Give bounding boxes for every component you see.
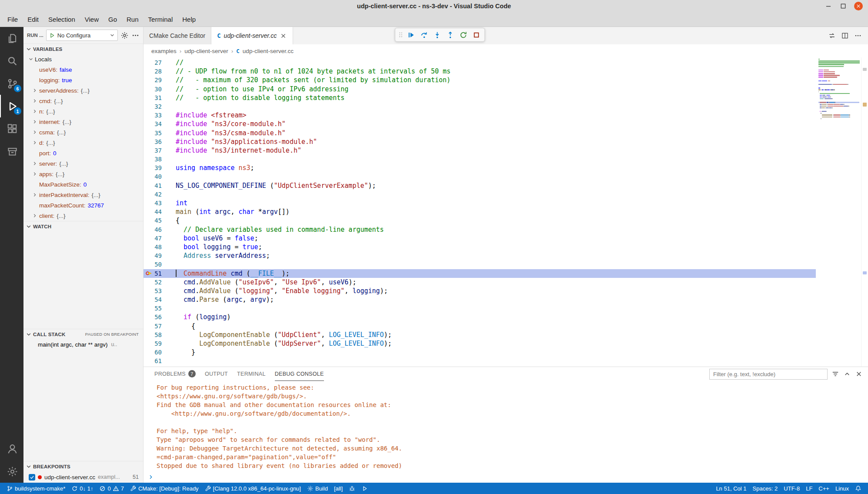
line-number[interactable]: 46 bbox=[144, 225, 176, 234]
code-line-60[interactable]: 60 } bbox=[144, 348, 816, 357]
restart-button[interactable] bbox=[458, 30, 468, 40]
status-item[interactable]: Spaces: 2 bbox=[750, 483, 781, 494]
code-line-44[interactable]: 44main (int argc, char *argv[]) bbox=[144, 207, 816, 216]
line-number[interactable]: 40 bbox=[144, 172, 176, 181]
line-number[interactable]: 43 bbox=[144, 199, 176, 207]
breakpoint-checkbox[interactable] bbox=[29, 474, 35, 481]
line-number[interactable]: 38 bbox=[144, 155, 176, 164]
code-line-52[interactable]: 52 cmd.AddValue ("useIpv6", "Use Ipv6", … bbox=[144, 278, 816, 287]
code-line-49[interactable]: 49 Address serverAddress; bbox=[144, 251, 816, 260]
line-number[interactable]: 33 bbox=[144, 111, 176, 120]
line-number[interactable]: 29 bbox=[144, 76, 176, 84]
variable-row[interactable]: cmd:{...} bbox=[23, 96, 143, 106]
line-number[interactable]: 44 bbox=[144, 207, 176, 216]
line-number[interactable]: 37 bbox=[144, 146, 176, 155]
code-line-42[interactable]: 42 bbox=[144, 190, 816, 199]
panel-tab-problems[interactable]: PROBLEMS7 bbox=[154, 367, 196, 381]
code-line-39[interactable]: 39using namespace ns3; bbox=[144, 164, 816, 172]
line-number[interactable]: 48 bbox=[144, 243, 176, 251]
menu-terminal[interactable]: Terminal bbox=[144, 13, 178, 25]
status-item[interactable]: UTF-8 bbox=[781, 483, 803, 494]
code-line-35[interactable]: 35#include "ns3/csma-module.h" bbox=[144, 129, 816, 137]
activity-settings[interactable] bbox=[0, 460, 23, 483]
code-line-41[interactable]: 41NS_LOG_COMPONENT_DEFINE ("UdpClientSer… bbox=[144, 181, 816, 190]
line-number[interactable]: 30 bbox=[144, 85, 176, 93]
variable-row[interactable]: server:{...} bbox=[23, 158, 143, 169]
code-line-34[interactable]: 34#include "ns3/core-module.h" bbox=[144, 120, 816, 128]
overview-ruler[interactable] bbox=[861, 57, 868, 367]
status-item[interactable]: Build bbox=[304, 483, 331, 494]
line-number[interactable]: 31 bbox=[144, 93, 176, 102]
menu-selection[interactable]: Selection bbox=[43, 13, 80, 25]
minimap[interactable] bbox=[816, 57, 861, 367]
line-number[interactable]: 52 bbox=[144, 278, 176, 287]
status-item[interactable]: Linux bbox=[832, 483, 852, 494]
breakpoint-row[interactable]: udp-client-server.ccexampl...51 bbox=[23, 471, 143, 483]
code-line-46[interactable]: 46 // Declare variables used in command-… bbox=[144, 225, 816, 234]
variable-row[interactable]: serverAddress:{...} bbox=[23, 85, 143, 96]
code-line-54[interactable]: 54 cmd.Parse (argc, argv); bbox=[144, 295, 816, 304]
status-item[interactable]: buildsystem-cmake* bbox=[3, 483, 68, 494]
activity-source-control[interactable]: 6 bbox=[0, 72, 23, 95]
line-number[interactable]: 60 bbox=[144, 348, 176, 357]
line-number[interactable]: 27 bbox=[144, 58, 176, 67]
menu-edit[interactable]: Edit bbox=[23, 13, 43, 25]
status-item[interactable]: [all] bbox=[331, 483, 346, 494]
editor-tab[interactable]: CMake Cache Editor bbox=[144, 27, 211, 44]
minimize-button[interactable] bbox=[825, 2, 832, 10]
status-item[interactable]: LF bbox=[803, 483, 815, 494]
step-into-button[interactable] bbox=[432, 30, 442, 40]
code-line-56[interactable]: 56 if (logging) bbox=[144, 313, 816, 321]
stack-frame-row[interactable]: main(int argc, char ** argv)u.. bbox=[23, 339, 143, 350]
code-line-28[interactable]: 28// - UDP flow from n0 to n1 of 1024 by… bbox=[144, 67, 816, 76]
menu-view[interactable]: View bbox=[80, 13, 103, 25]
menu-file[interactable]: File bbox=[3, 13, 23, 25]
code-editor[interactable]: 27//28// - UDP flow from n0 to n1 of 102… bbox=[144, 57, 816, 367]
variable-row[interactable]: logging:true bbox=[23, 75, 143, 85]
code-line-48[interactable]: 48 bool logging = true; bbox=[144, 243, 816, 251]
variable-row[interactable]: n:{...} bbox=[23, 106, 143, 117]
split-editor-icon[interactable] bbox=[841, 32, 849, 40]
line-number[interactable]: 61 bbox=[144, 357, 176, 365]
debug-more-actions-icon[interactable] bbox=[131, 31, 140, 40]
filter-lines-icon[interactable] bbox=[831, 370, 839, 378]
watch-section-header[interactable]: WATCH bbox=[23, 221, 143, 231]
drag-handle-icon[interactable] bbox=[398, 31, 403, 39]
maximize-button[interactable] bbox=[839, 2, 847, 10]
breadcrumb-item[interactable]: udp-client-server bbox=[184, 48, 228, 54]
variable-row[interactable]: MaxPacketSize:0 bbox=[23, 179, 143, 190]
maximize-panel-icon[interactable] bbox=[843, 370, 851, 378]
console-filter-input[interactable] bbox=[709, 369, 828, 380]
line-number[interactable]: 54 bbox=[144, 295, 176, 304]
code-line-33[interactable]: 33#include <fstream> bbox=[144, 111, 816, 120]
code-line-45[interactable]: 45{ bbox=[144, 216, 816, 225]
line-number[interactable]: 47 bbox=[144, 234, 176, 243]
line-number[interactable]: 41 bbox=[144, 181, 176, 190]
step-out-button[interactable] bbox=[445, 30, 455, 40]
variable-row[interactable]: interPacketInterval:{...} bbox=[23, 190, 143, 200]
line-number[interactable]: 50 bbox=[144, 260, 176, 269]
status-item[interactable]: C++ bbox=[815, 483, 832, 494]
activity-accounts[interactable] bbox=[0, 437, 23, 460]
line-number[interactable]: 59 bbox=[144, 339, 176, 348]
line-number[interactable]: 39 bbox=[144, 164, 176, 172]
code-line-36[interactable]: 36#include "ns3/applications-module.h" bbox=[144, 137, 816, 146]
breadcrumb-item[interactable]: udp-client-server.cc bbox=[243, 48, 294, 54]
activity-run-and-debug[interactable]: 1 bbox=[0, 95, 23, 117]
code-line-29[interactable]: 29// - maximum of 320 packets sent (or l… bbox=[144, 76, 816, 84]
variables-scope-locals[interactable]: Locals bbox=[23, 54, 143, 64]
status-item[interactable]: 0↓ 1↑ bbox=[68, 483, 96, 494]
open-changes-icon[interactable] bbox=[828, 32, 836, 40]
line-number[interactable]: 49 bbox=[144, 251, 176, 260]
editor-tab[interactable]: Cudp-client-server.cc bbox=[211, 27, 293, 44]
panel-tab-debug-console[interactable]: DEBUG CONSOLE bbox=[275, 367, 324, 381]
line-number[interactable]: 34 bbox=[144, 120, 176, 128]
code-line-31[interactable]: 31// - option to disable logging stateme… bbox=[144, 93, 816, 102]
variable-row[interactable]: csma:{...} bbox=[23, 127, 143, 137]
line-number[interactable]: 58 bbox=[144, 330, 176, 339]
variable-row[interactable]: d:{...} bbox=[23, 137, 143, 148]
panel-tab-output[interactable]: OUTPUT bbox=[205, 367, 228, 381]
code-line-43[interactable]: 43int bbox=[144, 199, 816, 207]
variables-section-header[interactable]: VARIABLES bbox=[23, 43, 143, 54]
activity-extensions[interactable] bbox=[0, 117, 23, 140]
